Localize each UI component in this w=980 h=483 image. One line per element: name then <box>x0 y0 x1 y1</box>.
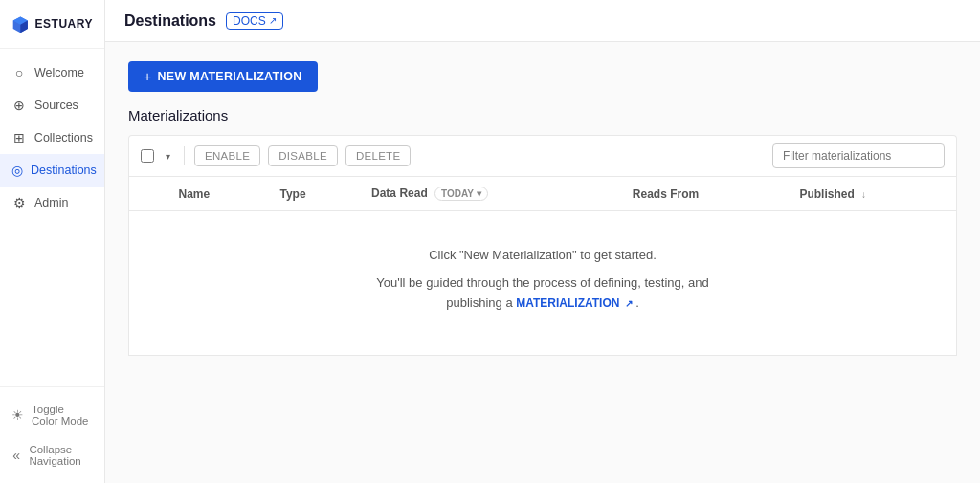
sidebar-item-admin[interactable]: ⚙ Admin <box>0 187 104 219</box>
external-link-icon: ↗ <box>269 15 277 26</box>
disable-button[interactable]: DISABLE <box>268 145 338 166</box>
select-dropdown-button[interactable]: ▾ <box>162 149 174 164</box>
collections-icon: ⊞ <box>11 130 27 145</box>
sun-icon: ☀ <box>11 407 24 423</box>
select-all-checkbox[interactable] <box>141 149 154 163</box>
empty-state-cell: Click "New Materialization" to get start… <box>129 211 957 356</box>
section-title: Materializations <box>128 107 957 123</box>
sidebar-item-label: Welcome <box>34 66 84 79</box>
toggle-color-label: Toggle Color Mode <box>32 404 93 427</box>
main-content: Destinations DOCS ↗ + NEW MATERIALIZATIO… <box>105 0 980 483</box>
external-icon: ↗ <box>625 298 633 309</box>
destinations-icon: ◎ <box>11 163 23 178</box>
docs-label: DOCS <box>233 14 266 28</box>
filter-input[interactable] <box>772 143 945 168</box>
sidebar-item-sources[interactable]: ⊕ Sources <box>0 89 104 121</box>
collapse-navigation[interactable]: « Collapse Navigation <box>0 435 104 475</box>
type-col-header: Type <box>268 177 360 211</box>
sort-desc-icon: ↓ <box>861 189 866 200</box>
enable-button[interactable]: ENABLE <box>194 145 260 166</box>
sidebar-item-collections[interactable]: ⊞ Collections <box>0 121 104 154</box>
table-header-row: Name Type Data Read TODAY ▾ Reads From <box>129 177 957 211</box>
collapse-nav-label: Collapse Navigation <box>29 444 93 467</box>
page-header: Destinations DOCS ↗ <box>105 0 980 42</box>
empty-line1: Click "New Materialization" to get start… <box>148 246 937 266</box>
page-title: Destinations <box>124 12 216 30</box>
sidebar-item-label: Admin <box>34 196 68 209</box>
empty-state: Click "New Materialization" to get start… <box>129 211 956 355</box>
nav-items: ○ Welcome ⊕ Sources ⊞ Collections ◎ Dest… <box>0 49 104 386</box>
reads-from-col-header: Reads From <box>621 177 789 211</box>
empty-line2: You'll be guided through the process of … <box>148 274 937 314</box>
sidebar-item-welcome[interactable]: ○ Welcome <box>0 56 104 89</box>
empty-state-row: Click "New Materialization" to get start… <box>129 211 957 356</box>
page-content: + NEW MATERIALIZATION Materializations ▾… <box>105 42 980 483</box>
sources-icon: ⊕ <box>11 98 27 113</box>
filter-icon: ▾ <box>477 188 481 199</box>
logo: ESTUARY <box>0 0 104 49</box>
new-mat-label: NEW MATERIALIZATION <box>157 70 301 83</box>
checkbox-col <box>129 177 167 211</box>
today-filter-badge[interactable]: TODAY ▾ <box>434 187 488 201</box>
delete-button[interactable]: DELETE <box>345 145 412 166</box>
sidebar-item-label: Sources <box>34 99 78 112</box>
toolbar-divider <box>184 146 185 165</box>
admin-icon: ⚙ <box>11 195 27 210</box>
logo-text: ESTUARY <box>35 17 93 31</box>
sidebar: ESTUARY ○ Welcome ⊕ Sources ⊞ Collection… <box>0 0 105 483</box>
data-read-col-header: Data Read TODAY ▾ <box>360 177 621 211</box>
docs-link[interactable]: DOCS ↗ <box>226 12 283 30</box>
materialization-link[interactable]: MATERIALIZATION ↗ <box>516 296 635 310</box>
published-col-header[interactable]: Published ↓ <box>788 177 956 211</box>
new-materialization-button[interactable]: + NEW MATERIALIZATION <box>128 61 318 92</box>
estuary-logo-icon <box>11 13 30 34</box>
sidebar-item-label: Destinations <box>31 164 97 177</box>
welcome-icon: ○ <box>11 65 27 80</box>
collapse-icon: « <box>11 448 21 463</box>
materializations-table: Name Type Data Read TODAY ▾ Reads From <box>128 176 957 356</box>
toggle-color-mode[interactable]: ☀ Toggle Color Mode <box>0 395 104 435</box>
sidebar-item-label: Collections <box>34 131 93 144</box>
sidebar-item-destinations[interactable]: ◎ Destinations <box>0 154 104 187</box>
name-col-header: Name <box>167 177 269 211</box>
sidebar-bottom: ☀ Toggle Color Mode « Collapse Navigatio… <box>0 386 104 483</box>
plus-icon: + <box>144 69 151 84</box>
table-toolbar: ▾ ENABLE DISABLE DELETE <box>128 135 957 176</box>
